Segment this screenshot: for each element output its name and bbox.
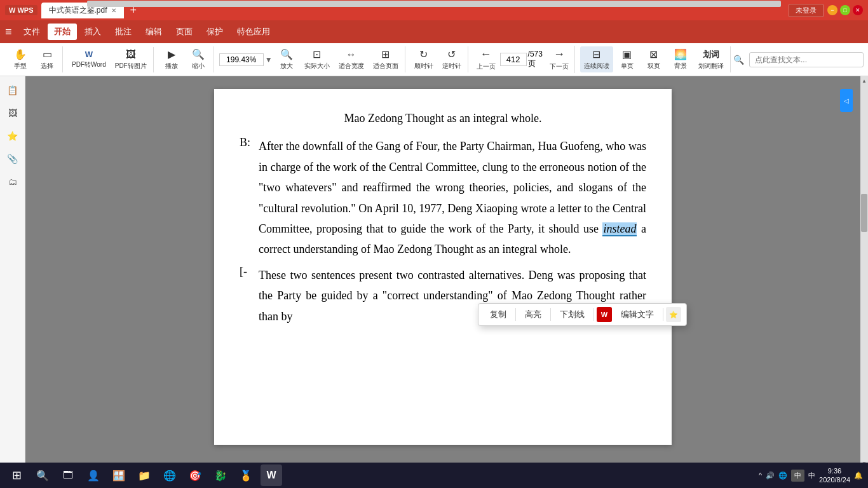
login-button[interactable]: 未登录: [789, 4, 824, 17]
search-icon[interactable]: 🔍: [733, 55, 744, 65]
context-edit-text-button[interactable]: 编辑文字: [614, 306, 660, 323]
taskbar-game[interactable]: 🎯: [184, 464, 206, 486]
play-icon: ▶: [168, 48, 175, 60]
next-page-button[interactable]: → 下一页: [546, 46, 572, 73]
sidebar-icon-layers[interactable]: 🗂: [4, 173, 22, 191]
prev-page-icon: ←: [480, 48, 492, 61]
double-page-button[interactable]: ⊠ 双页: [641, 46, 667, 72]
content-area: ◁ Mao Zedong Thought as an integral whol…: [25, 76, 860, 468]
context-highlight-button[interactable]: 高亮: [519, 306, 548, 323]
minimize-button[interactable]: −: [827, 5, 837, 15]
rotate-ccw-button[interactable]: ↺ 逆时针: [438, 46, 465, 72]
toolbar-group-rotate: ↻ 顺时针 ↺ 逆时针: [408, 46, 468, 72]
taskbar-notification-icon[interactable]: 🔔: [854, 471, 863, 480]
hand-tool-button[interactable]: ✋ 手型: [8, 46, 33, 72]
sidebar-icon-image[interactable]: 🖼: [4, 104, 22, 122]
page-number-input[interactable]: [500, 53, 527, 66]
expand-panel-button[interactable]: ◁: [840, 89, 853, 112]
window-controls: − □ ✕: [827, 5, 863, 15]
taskbar-taskview[interactable]: 🗔: [57, 464, 79, 486]
taskbar-time-display: 9:36: [819, 466, 850, 475]
menu-home[interactable]: 开始: [48, 24, 77, 40]
zoom-out-button[interactable]: 🔍 缩小: [186, 46, 211, 72]
context-underline-button[interactable]: 下划线: [553, 306, 591, 323]
background-icon: 🌅: [674, 48, 687, 60]
continuous-read-button[interactable]: ⊟ 连续阅读: [580, 46, 613, 72]
taskbar-lang-button[interactable]: 中: [791, 470, 804, 482]
menu-file[interactable]: 文件: [17, 24, 46, 40]
horizontal-thumb[interactable]: [87, 1, 782, 7]
pdf-to-image-label: PDF转图片: [115, 62, 147, 71]
taskbar: ⊞ 🔍 🗔 👤 🪟 📁 🌐 🎯 🐉 🏅 W ^ 🔊 🌐 中 中 9:36 202…: [0, 463, 868, 488]
toolbar: ✋ 手型 ▭ 选择 W PDF转Word 🖼 PDF转图片 ▶ 播放 🔍 缩小 …: [0, 43, 868, 76]
rotate-cw-icon: ↻: [419, 48, 428, 60]
taskbar-search[interactable]: 🔍: [32, 464, 53, 486]
scroll-up-arrow[interactable]: ▲: [860, 76, 868, 85]
start-button[interactable]: ⊞: [5, 464, 28, 487]
background-button[interactable]: 🌅 背景: [668, 46, 693, 72]
prev-page-button[interactable]: ← 上一页: [473, 46, 499, 73]
close-button[interactable]: ✕: [853, 5, 863, 15]
context-ai-icon[interactable]: ⭐: [666, 307, 681, 322]
menu-toggle-icon[interactable]: ≡: [5, 25, 12, 39]
menu-insert[interactable]: 插入: [78, 24, 107, 40]
taskbar-dragon[interactable]: 🐉: [210, 464, 231, 486]
taskbar-network-icon[interactable]: 🌐: [778, 471, 787, 480]
fit-page-label: 适合页面: [373, 62, 398, 71]
pdf-to-word-button[interactable]: W PDF转Word: [68, 48, 110, 71]
single-page-button[interactable]: ▣ 单页: [614, 46, 640, 72]
context-separator-2: [550, 308, 551, 321]
taskbar-sound-icon[interactable]: 🔊: [766, 471, 775, 480]
zoom-dropdown-icon[interactable]: ▼: [265, 55, 273, 64]
context-copy-button[interactable]: 复制: [484, 306, 513, 323]
zoom-out-icon: 🔍: [192, 48, 205, 60]
menu-protect[interactable]: 保护: [200, 24, 229, 40]
maximize-button[interactable]: □: [840, 5, 850, 15]
taskbar-person[interactable]: 👤: [83, 464, 104, 486]
sidebar-icon-thumbnail[interactable]: 📋: [4, 81, 22, 99]
highlighted-word[interactable]: instead: [602, 222, 637, 236]
translate-label: 划词翻译: [698, 62, 724, 71]
taskbar-edge[interactable]: 🌐: [159, 464, 180, 486]
sidebar-icon-bookmark[interactable]: ⭐: [4, 127, 22, 145]
menu-page[interactable]: 页面: [170, 24, 199, 40]
taskbar-wps[interactable]: W: [261, 464, 282, 486]
fit-width-label: 适合宽度: [339, 62, 364, 71]
taskbar-right: ^ 🔊 🌐 中 中 9:36 2020/8/24 🔔: [759, 466, 863, 485]
toolbar-group-convert: W PDF转Word 🖼 PDF转图片: [65, 47, 154, 72]
right-scrollbar[interactable]: ▲ ▼: [860, 76, 868, 468]
paragraph-bracket-label: [-: [240, 265, 259, 327]
zoom-input[interactable]: [219, 53, 264, 66]
menu-special[interactable]: 特色应用: [231, 24, 276, 40]
taskbar-windows[interactable]: 🪟: [108, 464, 130, 486]
actual-size-button[interactable]: ⊡ 实际大小: [301, 46, 334, 72]
scrollbar-thumb[interactable]: [861, 194, 867, 232]
sidebar-icon-attachment[interactable]: 📎: [4, 150, 22, 168]
rotate-cw-button[interactable]: ↻ 顺时针: [410, 46, 437, 72]
next-page-label: 下一页: [550, 62, 569, 71]
taskbar-date-display: 2020/8/24: [819, 475, 850, 484]
tab-close-icon[interactable]: ✕: [111, 7, 116, 14]
fit-width-button[interactable]: ↔ 适合宽度: [335, 47, 368, 72]
menu-edit[interactable]: 编辑: [139, 24, 168, 40]
single-page-icon: ▣: [622, 48, 632, 60]
word-translate-button[interactable]: 划词 划词翻译: [695, 47, 728, 72]
taskbar-up-arrow[interactable]: ^: [759, 471, 762, 479]
play-button[interactable]: ▶ 播放: [159, 46, 184, 72]
zoom-in-button[interactable]: 🔍 放大: [274, 46, 299, 72]
select-tool-label: 选择: [41, 62, 53, 71]
pdf-intro-text: Mao Zedong Thought as an integral whole.: [240, 108, 646, 128]
taskbar-medal[interactable]: 🏅: [235, 464, 257, 486]
rotate-ccw-icon: ↺: [447, 48, 456, 60]
pdf-to-image-button[interactable]: 🖼 PDF转图片: [111, 47, 151, 72]
select-tool-button[interactable]: ▭ 选择: [34, 46, 60, 72]
fit-page-button[interactable]: ⊞ 适合页面: [369, 46, 402, 72]
zoom-in-label: 放大: [280, 62, 293, 71]
taskbar-folder[interactable]: 📁: [133, 464, 155, 486]
continuous-read-label: 连续阅读: [584, 62, 609, 71]
toolbar-right: 🔍 ⚙ ▣ ⋯: [733, 52, 868, 67]
wps-logo: W WPS: [5, 5, 37, 15]
search-input[interactable]: [749, 52, 864, 67]
double-page-label: 双页: [648, 62, 660, 71]
menu-comment[interactable]: 批注: [109, 24, 138, 40]
